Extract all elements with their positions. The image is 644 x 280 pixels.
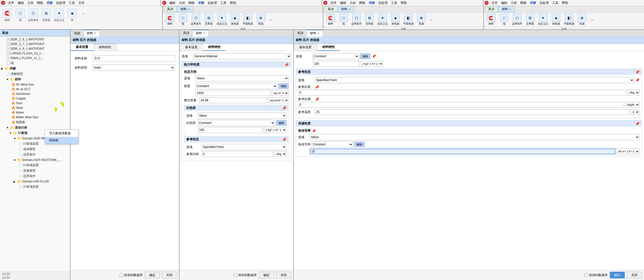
- p2-sh-pin[interactable]: 📌: [282, 106, 286, 110]
- tree-item-hs-calc[interactable]: 📄 计算域设置: [0, 163, 70, 168]
- material-type-select[interactable]: Solid Fluid Gas: [92, 65, 175, 71]
- tb2-planar[interactable]: ◧ 平面热源: [242, 13, 254, 26]
- tree-group-air-fluid[interactable]: ▶ 📁 Domain-AIR-FLUID: [0, 179, 70, 184]
- menu-post-3[interactable]: 后处理: [377, 0, 389, 6]
- tb3-if[interactable]: ⧉ 交界面: [363, 13, 376, 26]
- toolbar-btn-body-1[interactable]: ◈ 体: [66, 8, 78, 28]
- p3-conductivity-header[interactable]: 传递性质 📌: [296, 121, 642, 127]
- panel-3-close[interactable]: 关闭: [627, 272, 642, 278]
- tree-item-large[interactable]: ✓ LARGE-FLASH_10_1....: [0, 51, 70, 56]
- menu-edit-2[interactable]: 编辑: [168, 0, 177, 6]
- p2-thermal-header[interactable]: 热力学性质 📌: [182, 62, 291, 68]
- tb2-fan[interactable]: ⊛ 风扇: [255, 13, 267, 26]
- toggle-agp[interactable]: ▼: [13, 137, 17, 140]
- menu-file-4[interactable]: 文件: [490, 0, 499, 6]
- menu-help-4[interactable]: 帮助: [560, 0, 570, 6]
- p3-ref-enthalpy-unit[interactable]: J/kg: [627, 90, 640, 95]
- panel-2-add-db[interactable]: 添加到数据库: [234, 273, 257, 277]
- p3-thermal-pin[interactable]: 📌: [312, 129, 316, 133]
- menu-file-1[interactable]: 文件: [6, 0, 16, 6]
- toggle-solver[interactable]: ▶: [1, 67, 4, 70]
- toolbar-btn-material-1[interactable]: 🧲 材料: [1, 8, 13, 28]
- menu-mesh-2[interactable]: 网格: [187, 0, 196, 6]
- material-tab-2[interactable]: 材料 ✕: [177, 6, 193, 12]
- p3-ref-option-select[interactable]: Specified Point: [315, 77, 634, 83]
- tree-group-heatsink[interactable]: ▼ 📁 Domain-AGP-HEATSINK_....: [0, 157, 70, 163]
- menu-edit-4[interactable]: 编辑: [499, 0, 509, 6]
- tree-item-ddr3[interactable]: ✓ DDR_3_7_1.MATPOINT: [0, 42, 70, 46]
- p3-ref-temp-input[interactable]: [315, 109, 630, 115]
- tb4-if[interactable]: ⧉ 交界面: [524, 13, 536, 26]
- panel-2-close[interactable]: 关闭: [276, 272, 291, 278]
- p3-ref-entropy-unit[interactable]: J/kg/K: [625, 102, 640, 108]
- material-name-input[interactable]: [92, 55, 175, 61]
- panel-1-confirm-btn[interactable]: 确定: [145, 272, 160, 278]
- panel-1-add-db-checkbox[interactable]: 添加到数据库: [120, 273, 143, 277]
- tb2-material[interactable]: 🧲 材料: [164, 13, 176, 26]
- p3-ref-entropy-pin[interactable]: 📌: [315, 97, 319, 101]
- panel-2-subtab-basic[interactable]: 基本设置: [180, 44, 203, 51]
- p3-sh-pin[interactable]: 📌: [372, 54, 376, 58]
- menu-mesh-3[interactable]: 网格: [358, 0, 367, 6]
- menu-tools-3[interactable]: 工具: [389, 0, 399, 6]
- panel-2-confirm[interactable]: 确定: [259, 272, 274, 278]
- p3-cond-unit-select[interactable]: W m^-1 K^-1: [616, 149, 640, 154]
- menu-tools-4[interactable]: 工具: [551, 0, 560, 6]
- tree-item-air-calc[interactable]: 📄 计算域设置: [0, 184, 70, 190]
- panel-2-tab-close[interactable]: ✕: [203, 32, 205, 35]
- panel-3-wind-tab[interactable]: 风冷: [295, 30, 306, 36]
- p2-sh-edit[interactable]: 编辑: [276, 120, 286, 126]
- toggle-flow[interactable]: ▼: [6, 126, 9, 129]
- menu-help-2[interactable]: 帮助: [228, 0, 238, 6]
- tb2-if[interactable]: ⧉ 交界面: [203, 13, 215, 26]
- tb3-bc[interactable]: ⬡ 边界条件: [350, 13, 363, 26]
- menu-geo-2[interactable]: 几何: [177, 0, 187, 6]
- menu-solve-2[interactable]: 求解: [196, 0, 206, 6]
- p2-thermal-pin[interactable]: 📌: [284, 63, 289, 67]
- panel-1-subtab-props[interactable]: 材料特性: [93, 44, 117, 51]
- panel-1-tab-material[interactable]: 材料 ✕: [84, 30, 100, 37]
- menu-geo-1[interactable]: 几何: [26, 0, 35, 6]
- toggle-material[interactable]: ▼: [6, 78, 9, 81]
- p3-ref-enthalpy-pin[interactable]: 📌: [315, 85, 319, 89]
- p2-sh-option-select[interactable]: Value: [198, 113, 286, 119]
- p3-cond-edit-btn[interactable]: 编辑: [354, 142, 365, 147]
- tree-item-aluminium[interactable]: 🔥 Aluminium: [0, 92, 70, 96]
- toolbar-btn-cp-1[interactable]: ✦ 自定义点: [53, 8, 65, 28]
- panel-1-tab-prev[interactable]: 前处: [72, 30, 83, 36]
- tab-close-4[interactable]: ✕: [509, 8, 511, 11]
- p2-density-input[interactable]: [195, 90, 271, 96]
- menu-post-2[interactable]: 后处理: [206, 0, 218, 6]
- p2-ref-option-select[interactable]: Specified Point: [202, 144, 286, 150]
- tab-close-2[interactable]: ✕: [188, 8, 190, 11]
- p2-ref-enthalpy-unit[interactable]: J/kg: [274, 151, 286, 157]
- menu-geo-3[interactable]: 几何: [348, 0, 357, 6]
- context-menu-add[interactable]: 添加材: [45, 137, 78, 144]
- tb4-bc[interactable]: ⬡ 边界条件: [511, 13, 523, 26]
- tb4-fan[interactable]: ⊛ 风扇: [576, 13, 588, 26]
- tree-item-copper[interactable]: 🔥 Copper: [0, 96, 70, 101]
- tree-item-ddr4[interactable]: ✓ DDR_4_8_1.MATPOINT: [0, 46, 70, 51]
- p2-density-unit[interactable]: kg m^-3: [272, 90, 289, 96]
- tb4-material[interactable]: 🧲 材料: [485, 13, 497, 26]
- checkbox-small[interactable]: ✓: [7, 57, 10, 60]
- wind-tab-4[interactable]: 风冷: [485, 6, 498, 12]
- p2-molar-input[interactable]: [199, 97, 267, 103]
- menu-solve-1[interactable]: 求解: [45, 0, 54, 6]
- tb3-more[interactable]: ···: [428, 17, 434, 22]
- checkbox-ddr4[interactable]: ✓: [7, 47, 10, 51]
- tree-group-material[interactable]: ▼ 📁 材料: [0, 77, 70, 82]
- menu-solve-4[interactable]: 求解: [528, 0, 538, 6]
- p2-molar-unit[interactable]: kg kmol^-1: [268, 97, 289, 103]
- menu-geo-4[interactable]: 几何: [509, 0, 518, 6]
- panel-3-subtab-props[interactable]: 材料特性: [317, 44, 340, 51]
- p3-sh-edit-btn[interactable]: 编辑: [360, 53, 371, 59]
- p3-refstate-pin[interactable]: 📌: [635, 70, 640, 74]
- tb4-cp[interactable]: ✦ 自定义点: [537, 13, 549, 26]
- p3-cond-type-select[interactable]: Constant: [312, 141, 353, 148]
- p2-sh-value-input[interactable]: [198, 127, 263, 133]
- menu-post-4[interactable]: 后处理: [538, 0, 550, 6]
- tb3-cp[interactable]: ✦ 自定义点: [376, 13, 389, 26]
- tb4-more[interactable]: ···: [589, 17, 595, 22]
- p2-density-select[interactable]: Constant: [195, 83, 277, 89]
